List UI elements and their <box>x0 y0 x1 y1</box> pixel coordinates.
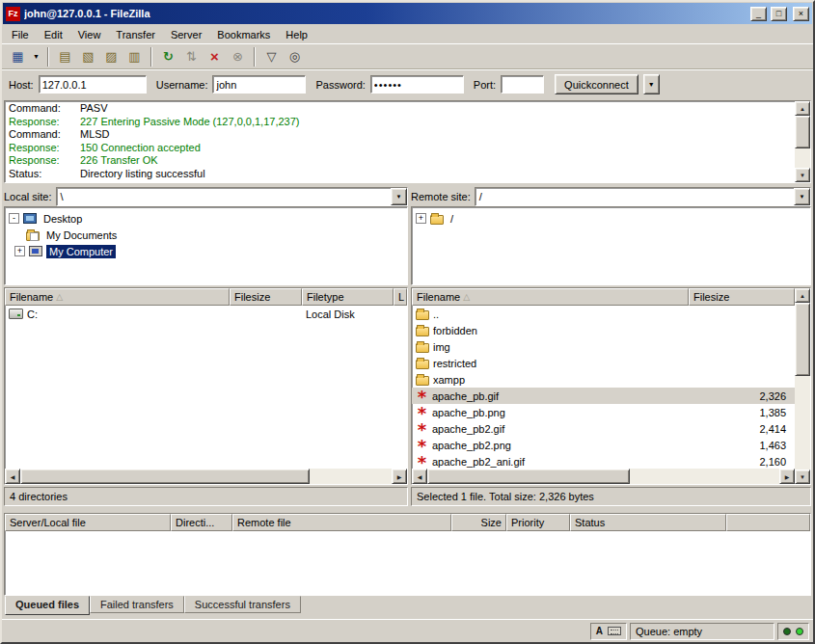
local-pane: Local site: \ ▼ - Desktop My Documents <box>4 186 408 285</box>
remote-file-row[interactable]: apache_pb2.gif 2,414 <box>412 420 795 437</box>
find-icon[interactable]: ◎ <box>284 46 306 67</box>
host-input[interactable] <box>39 75 147 94</box>
scroll-down-icon[interactable]: ▼ <box>795 470 810 484</box>
toggle-message-log-icon[interactable]: ▤ <box>54 46 76 67</box>
quickconnect-dropdown-icon[interactable]: ▼ <box>643 74 660 94</box>
log-scrollbar[interactable]: ▲ ▼ <box>795 101 810 182</box>
log-scroll-thumb[interactable] <box>795 116 810 148</box>
queue-column-priority[interactable]: Priority <box>506 514 570 531</box>
queue-column-remote-file[interactable]: Remote file <box>232 514 451 531</box>
scroll-thumb[interactable] <box>427 469 630 484</box>
directory-panes: Local site: \ ▼ - Desktop My Documents <box>4 186 811 285</box>
remote-file-row[interactable]: xampp <box>412 371 795 388</box>
remote-site-combobox[interactable]: / ▼ <box>475 187 811 206</box>
menu-help[interactable]: Help <box>278 27 315 42</box>
scroll-up-icon[interactable]: ▲ <box>795 101 810 116</box>
remote-file-row[interactable]: img <box>412 338 795 355</box>
quickconnect-button[interactable]: Quickconnect <box>555 74 638 94</box>
filezilla-window: Fz john@127.0.0.1 - FileZilla _ □ × File… <box>0 0 815 644</box>
site-manager-dropdown-icon[interactable]: ▼ <box>30 46 42 67</box>
queue-column-status[interactable]: Status <box>570 514 726 531</box>
close-button[interactable]: × <box>793 7 809 21</box>
remote-file-row[interactable]: apache_pb2.png 1,463 <box>412 437 795 453</box>
local-list-header: Filename△ Filesize Filetype L <box>5 288 407 306</box>
tab-successful-transfers[interactable]: Successful transfers <box>184 596 301 613</box>
site-manager-icon[interactable]: ▦ <box>7 46 29 67</box>
remote-file-row[interactable]: forbidden <box>412 322 795 338</box>
scroll-up-icon[interactable]: ▲ <box>795 288 810 303</box>
remote-file-row[interactable]: .. <box>412 306 795 322</box>
menu-view[interactable]: View <box>70 27 109 42</box>
remote-file-row[interactable]: apache_pb.png 1,385 <box>412 404 795 420</box>
remote-scroll-thumb[interactable] <box>795 303 810 376</box>
column-header-filename[interactable]: Filename△ <box>412 288 689 306</box>
refresh-icon[interactable]: ↻ <box>157 46 179 67</box>
queue-column-direction[interactable]: Directi... <box>171 514 232 531</box>
local-site-label: Local site: <box>4 191 52 202</box>
tree-item-root[interactable]: + / <box>416 210 806 227</box>
remote-vertical-scrollbar[interactable]: ▲ ▼ <box>795 288 810 484</box>
remote-status-text: Selected 1 file. Total size: 2,326 bytes <box>411 487 811 506</box>
queue-column-size[interactable]: Size <box>451 514 506 531</box>
tree-item-my-computer[interactable]: + My Computer <box>9 243 403 259</box>
remote-pane: Remote site: / ▼ + / <box>411 186 811 285</box>
scroll-right-icon[interactable]: ▶ <box>779 469 795 484</box>
combo-dropdown-icon[interactable]: ▼ <box>391 188 407 205</box>
expand-box-icon[interactable]: + <box>14 246 25 256</box>
remote-file-row[interactable]: apache_pb2_ani.gif 2,160 <box>412 453 795 469</box>
filter-icon[interactable]: ▽ <box>260 46 283 67</box>
remote-scroll-track[interactable] <box>795 303 810 470</box>
remote-list-body: .. forbidden img restricted <box>412 306 795 469</box>
tab-failed-transfers[interactable]: Failed transfers <box>90 596 184 613</box>
queue-tabs: Queued files Failed transfers Successful… <box>4 596 811 615</box>
username-input[interactable] <box>212 75 306 94</box>
port-input[interactable] <box>501 75 544 94</box>
column-header-filetype[interactable]: Filetype <box>302 288 394 306</box>
password-input[interactable] <box>370 75 464 94</box>
remote-horizontal-scrollbar[interactable]: ◀ ▶ <box>412 469 795 484</box>
menu-server[interactable]: Server <box>163 27 209 42</box>
remote-file-row[interactable]: restricted <box>412 355 795 371</box>
folder-icon <box>416 343 429 353</box>
disconnect-icon[interactable]: ⊗ <box>227 46 249 67</box>
toggle-local-tree-icon[interactable]: ▧ <box>77 46 99 67</box>
collapse-box-icon[interactable]: - <box>9 213 19 224</box>
column-header-filesize[interactable]: Filesize <box>689 288 795 306</box>
scroll-left-icon[interactable]: ◀ <box>5 469 20 484</box>
scroll-thumb[interactable] <box>20 469 310 484</box>
local-file-row[interactable]: C: Local Disk <box>5 306 407 322</box>
image-file-icon <box>416 406 428 418</box>
toolbar-separator <box>254 47 256 67</box>
tab-queued-files[interactable]: Queued files <box>5 596 90 615</box>
scroll-left-icon[interactable]: ◀ <box>412 469 427 484</box>
minimize-button[interactable]: _ <box>750 7 767 21</box>
menu-file[interactable]: File <box>4 27 37 42</box>
local-horizontal-scrollbar[interactable]: ◀ ▶ <box>5 469 407 484</box>
maximize-button[interactable]: □ <box>771 7 787 21</box>
transfer-type-icon[interactable]: A <box>596 626 603 636</box>
scroll-right-icon[interactable]: ▶ <box>392 469 407 484</box>
column-header-last-modified[interactable]: L <box>394 288 407 306</box>
column-header-filename[interactable]: Filename△ <box>5 288 230 306</box>
toggle-transfer-queue-icon[interactable]: ▥ <box>123 46 146 67</box>
process-queue-icon[interactable]: ⇅ <box>180 46 203 67</box>
message-log-content: Command:PASV Response:227 Entering Passi… <box>5 101 795 182</box>
menu-edit[interactable]: Edit <box>37 27 70 42</box>
column-header-filesize[interactable]: Filesize <box>230 288 302 306</box>
local-site-combobox[interactable]: \ ▼ <box>56 187 408 206</box>
expand-box-icon[interactable]: + <box>416 213 426 224</box>
remote-file-row-selected[interactable]: apache_pb.gif 2,326 <box>412 388 795 404</box>
message-log: Command:PASV Response:227 Entering Passi… <box>4 100 811 183</box>
log-scroll-track[interactable] <box>795 116 810 168</box>
combo-dropdown-icon[interactable]: ▼ <box>794 188 810 205</box>
menu-bookmarks[interactable]: Bookmarks <box>209 27 278 42</box>
cancel-icon[interactable]: × <box>204 46 226 67</box>
scroll-down-icon[interactable]: ▼ <box>795 168 810 182</box>
toggle-remote-tree-icon[interactable]: ▨ <box>100 46 122 67</box>
queue-column-server-local-file[interactable]: Server/Local file <box>5 514 171 531</box>
titlebar: Fz john@127.0.0.1 - FileZilla _ □ × <box>3 3 812 24</box>
queue-body <box>5 531 810 595</box>
tree-item-my-documents[interactable]: My Documents <box>9 227 403 243</box>
menu-transfer[interactable]: Transfer <box>108 27 163 42</box>
tree-item-desktop[interactable]: - Desktop <box>9 210 403 227</box>
